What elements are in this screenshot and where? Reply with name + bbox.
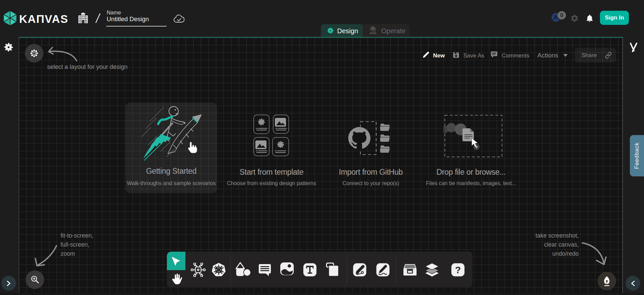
svg-text:?: ? bbox=[455, 265, 461, 275]
